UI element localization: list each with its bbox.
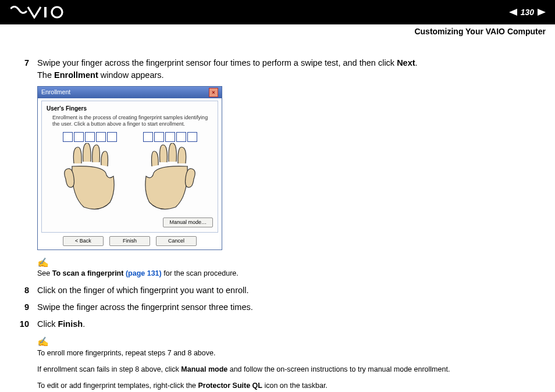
section-title: Customizing Your VAIO Computer bbox=[414, 27, 546, 36]
note-scan-fingerprint: ✍ See To scan a fingerprint (page 131) f… bbox=[37, 256, 539, 279]
left-hand-icon bbox=[58, 143, 122, 213]
close-icon[interactable]: × bbox=[209, 88, 218, 97]
step-number: 10 bbox=[16, 318, 29, 330]
finger-slot[interactable] bbox=[187, 132, 197, 142]
svg-point-1 bbox=[52, 7, 62, 17]
header-bar: 130 bbox=[0, 0, 555, 24]
step-9: 9 Swipe the finger across the fingerprin… bbox=[16, 301, 539, 313]
note-icon: ✍ bbox=[37, 256, 539, 269]
step-7: 7 Swipe your finger across the fingerpri… bbox=[16, 57, 539, 81]
finger-slot[interactable] bbox=[176, 132, 186, 142]
step-text: Swipe the finger across the fingerprint … bbox=[37, 301, 539, 313]
note-icon: ✍ bbox=[37, 335, 539, 348]
note-additional: ✍ To enroll more fingerprints, repeat st… bbox=[37, 335, 539, 391]
left-hand[interactable] bbox=[58, 132, 122, 213]
page-number: 130 bbox=[521, 8, 534, 17]
enrollment-dialog-screenshot: Enrollment × User's Fingers Enrollment i… bbox=[37, 86, 222, 250]
right-hand-icon bbox=[138, 143, 202, 213]
finger-slot[interactable] bbox=[85, 132, 95, 142]
finger-slot[interactable] bbox=[165, 132, 175, 142]
finger-slot[interactable] bbox=[143, 132, 153, 142]
step-10: 10 Click Finish. bbox=[16, 318, 539, 330]
ui-ref-enrollment: Enrollment bbox=[54, 70, 98, 80]
page-nav: 130 bbox=[509, 8, 546, 17]
dialog-titlebar: Enrollment × bbox=[38, 87, 222, 98]
dialog-title: Enrollment bbox=[41, 88, 70, 97]
step-number: 9 bbox=[16, 301, 29, 313]
page-link-131[interactable]: (page 131) bbox=[126, 269, 162, 277]
vaio-logo bbox=[10, 6, 71, 19]
step-8: 8 Click on the finger of which fingerpri… bbox=[16, 284, 539, 297]
step-text: Swipe your finger across the fingerprint… bbox=[37, 58, 397, 67]
dialog-heading: User's Fingers bbox=[47, 105, 213, 113]
step-text: Click on the finger of which fingerprint… bbox=[37, 284, 539, 297]
finish-button[interactable]: Finish bbox=[109, 236, 150, 246]
finger-slot[interactable] bbox=[63, 132, 73, 142]
dialog-subtext: Enrollment is the process of creating fi… bbox=[52, 115, 213, 128]
svg-rect-0 bbox=[44, 7, 47, 17]
prev-page-arrow-icon[interactable] bbox=[509, 9, 517, 16]
step-number: 8 bbox=[16, 284, 29, 297]
finger-slot[interactable] bbox=[154, 132, 164, 142]
ui-ref-finish: Finish bbox=[58, 319, 83, 329]
ui-ref-manual-mode: Manual mode bbox=[181, 365, 227, 373]
right-hand[interactable] bbox=[138, 132, 202, 213]
ui-ref-next: Next bbox=[397, 58, 415, 67]
finger-slot[interactable] bbox=[74, 132, 84, 142]
step-number: 7 bbox=[16, 57, 29, 81]
back-button[interactable]: < Back bbox=[63, 236, 104, 246]
finger-slot[interactable] bbox=[107, 132, 117, 142]
next-page-arrow-icon[interactable] bbox=[538, 9, 546, 16]
finger-slot[interactable] bbox=[96, 132, 106, 142]
cancel-button[interactable]: Cancel bbox=[156, 236, 197, 246]
manual-mode-button[interactable]: Manual mode… bbox=[163, 218, 213, 227]
ui-ref-protector-suite: Protector Suite QL bbox=[198, 382, 262, 390]
